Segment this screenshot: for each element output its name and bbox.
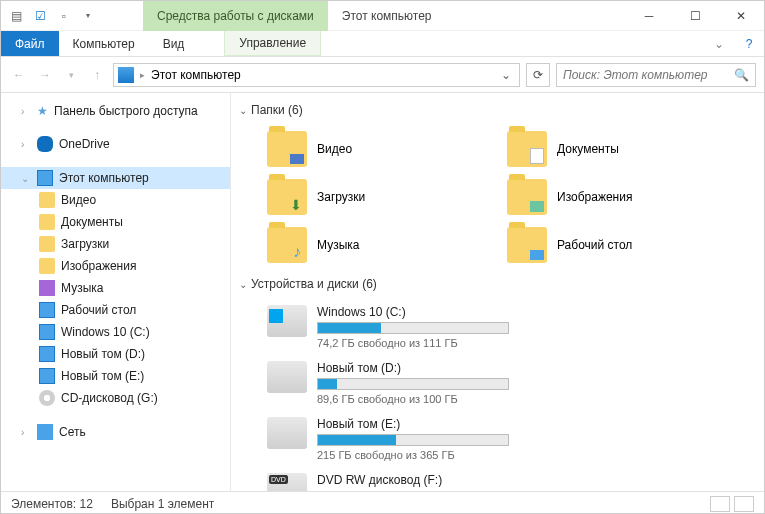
sidebar-item[interactable]: Новый том (D:): [1, 343, 230, 365]
refresh-button[interactable]: ⟳: [526, 63, 550, 87]
sidebar-item-label: CD-дисковод (G:): [61, 391, 158, 405]
sidebar-item[interactable]: Документы: [1, 211, 230, 233]
drive-name: Новый том (D:): [317, 361, 509, 375]
ribbon-tabs: Файл Компьютер Вид Управление ⌄ ?: [1, 31, 764, 57]
search-input[interactable]: [563, 68, 734, 82]
search-box[interactable]: 🔍: [556, 63, 756, 87]
folder-icon: [39, 258, 55, 274]
folder-name: Музыка: [317, 238, 359, 252]
status-selection: Выбран 1 элемент: [111, 497, 214, 511]
address-bar[interactable]: ▸ ⌄: [113, 63, 520, 87]
folder-icon: [267, 227, 307, 263]
sidebar-item-label: Изображения: [61, 259, 136, 273]
drive-free-space: 89,6 ГБ свободно из 100 ГБ: [317, 393, 509, 405]
drive-icon: [267, 361, 307, 393]
folder-item[interactable]: Рабочий стол: [503, 223, 743, 267]
folder-item[interactable]: Изображения: [503, 175, 743, 219]
folder-icon: [507, 227, 547, 263]
tab-manage[interactable]: Управление: [224, 31, 321, 56]
sidebar-item-label: Рабочий стол: [61, 303, 136, 317]
chevron-right-icon: ▸: [140, 70, 145, 80]
sidebar-item[interactable]: Рабочий стол: [1, 299, 230, 321]
sidebar-item-label: Музыка: [61, 281, 103, 295]
maximize-button[interactable]: ☐: [672, 1, 718, 31]
system-menu-icon[interactable]: ▤: [5, 5, 27, 27]
ribbon-expand-icon[interactable]: ⌄: [704, 31, 734, 56]
drive-free-space: 74,2 ГБ свободно из 111 ГБ: [317, 337, 509, 349]
status-bar: Элементов: 12 Выбран 1 элемент: [1, 491, 764, 514]
chevron-down-icon: ⌄: [21, 173, 31, 184]
navigation-bar: ← → ▾ ↑ ▸ ⌄ ⟳ 🔍: [1, 57, 764, 93]
sidebar-item-label: Загрузки: [61, 237, 109, 251]
folder-icon: [39, 302, 55, 318]
back-button[interactable]: ←: [9, 65, 29, 85]
section-label: Папки (6): [251, 103, 303, 117]
help-icon[interactable]: ?: [734, 31, 764, 56]
drive-item[interactable]: Новый том (E:) 215 ГБ свободно из 365 ГБ: [263, 413, 513, 465]
onedrive-icon: [37, 136, 53, 152]
drive-free-space: 215 ГБ свободно из 365 ГБ: [317, 449, 509, 461]
address-dropdown-icon[interactable]: ⌄: [497, 68, 515, 82]
title-bar: ▤ ☑ ▫ ▾ Средства работы с дисками Этот к…: [1, 1, 764, 31]
folder-item[interactable]: Документы: [503, 127, 743, 171]
sidebar-onedrive[interactable]: › OneDrive: [1, 133, 230, 155]
folder-name: Изображения: [557, 190, 632, 204]
section-folders-header[interactable]: ⌄ Папки (6): [239, 103, 756, 117]
sidebar-item-label: OneDrive: [59, 137, 110, 151]
recent-dropdown-icon[interactable]: ▾: [61, 65, 81, 85]
sidebar-item[interactable]: CD-дисковод (G:): [1, 387, 230, 409]
section-label: Устройства и диски (6): [251, 277, 377, 291]
drive-name: DVD RW дисковод (F:): [317, 473, 509, 487]
star-icon: ★: [37, 104, 48, 118]
drive-item[interactable]: DVD RW дисковод (F:): [263, 469, 513, 491]
folder-item[interactable]: Загрузки: [263, 175, 503, 219]
drive-icon: [267, 417, 307, 449]
up-button[interactable]: ↑: [87, 65, 107, 85]
qat-newfolder-icon[interactable]: ▫: [53, 5, 75, 27]
folder-item[interactable]: Видео: [263, 127, 503, 171]
folder-icon: [39, 346, 55, 362]
sidebar-item[interactable]: Загрузки: [1, 233, 230, 255]
folder-name: Рабочий стол: [557, 238, 632, 252]
drive-name: Новый том (E:): [317, 417, 509, 431]
sidebar-network[interactable]: › Сеть: [1, 421, 230, 443]
pc-icon: [37, 170, 53, 186]
folder-icon: [39, 192, 55, 208]
folder-item[interactable]: Музыка: [263, 223, 503, 267]
sidebar-item[interactable]: Изображения: [1, 255, 230, 277]
sidebar-item-label: Видео: [61, 193, 96, 207]
sidebar-item[interactable]: Видео: [1, 189, 230, 211]
sidebar-this-pc[interactable]: ⌄ Этот компьютер: [1, 167, 230, 189]
section-devices-header[interactable]: ⌄ Устройства и диски (6): [239, 277, 756, 291]
close-button[interactable]: ✕: [718, 1, 764, 31]
sidebar-quick-access[interactable]: › ★ Панель быстрого доступа: [1, 101, 230, 121]
qat-properties-icon[interactable]: ☑: [29, 5, 51, 27]
chevron-down-icon: ⌄: [239, 279, 247, 290]
ribbon-context-title: Средства работы с дисками: [143, 1, 328, 31]
qat-dropdown-icon[interactable]: ▾: [77, 5, 99, 27]
folder-icon: [39, 280, 55, 296]
sidebar-item[interactable]: Windows 10 (C:): [1, 321, 230, 343]
sidebar-item[interactable]: Новый том (E:): [1, 365, 230, 387]
status-item-count: Элементов: 12: [11, 497, 93, 511]
address-input[interactable]: [151, 68, 491, 82]
pc-icon: [118, 67, 134, 83]
tab-computer[interactable]: Компьютер: [59, 31, 149, 56]
sidebar-item[interactable]: Музыка: [1, 277, 230, 299]
forward-button[interactable]: →: [35, 65, 55, 85]
view-tiles-button[interactable]: [734, 496, 754, 512]
search-icon[interactable]: 🔍: [734, 68, 749, 82]
folder-icon: [507, 179, 547, 215]
drive-item[interactable]: Новый том (D:) 89,6 ГБ свободно из 100 Г…: [263, 357, 513, 409]
network-icon: [37, 424, 53, 440]
tab-view[interactable]: Вид: [149, 31, 199, 56]
chevron-right-icon: ›: [21, 427, 31, 438]
folder-icon: [267, 179, 307, 215]
view-details-button[interactable]: [710, 496, 730, 512]
chevron-down-icon: ⌄: [239, 105, 247, 116]
tab-file[interactable]: Файл: [1, 31, 59, 56]
sidebar-item-label: Новый том (D:): [61, 347, 145, 361]
folder-icon: [39, 236, 55, 252]
drive-item[interactable]: Windows 10 (C:) 74,2 ГБ свободно из 111 …: [263, 301, 513, 353]
minimize-button[interactable]: ─: [626, 1, 672, 31]
